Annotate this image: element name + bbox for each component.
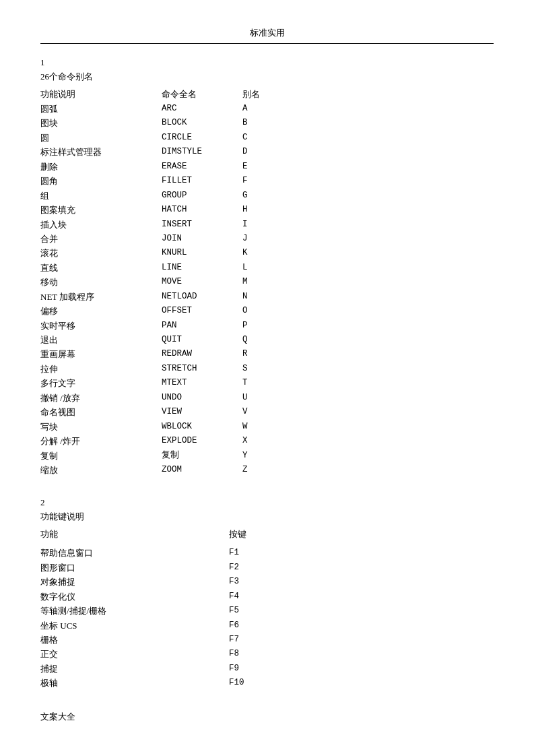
cmd-cn: 移动 bbox=[40, 275, 162, 289]
table-row: 偏移 OFFSET O bbox=[40, 304, 494, 318]
cmd-cn: 命名视图 bbox=[40, 405, 162, 419]
section1: 1 26个命令别名 功能说明 命令全名 别名 圆弧 ARC A 图块 BLOCK… bbox=[40, 57, 494, 477]
cmd-cn: 删除 bbox=[40, 160, 162, 174]
cmd-cn: 实时平移 bbox=[40, 319, 162, 333]
cmd-cn: 圆 bbox=[40, 131, 162, 145]
cmd-key: R bbox=[242, 347, 283, 361]
cmd-full: 复制 bbox=[162, 449, 242, 463]
fkey-row: 帮助信息窗口 F1 bbox=[40, 546, 494, 560]
fkey-col-header-key: 按键 bbox=[229, 528, 269, 540]
section1-subtitle: 26个命令别名 bbox=[40, 71, 494, 83]
table-row: 移动 MOVE M bbox=[40, 275, 494, 289]
table-row: 退出 QUIT Q bbox=[40, 333, 494, 347]
fkey-cn: 等轴测/捕捉/栅格 bbox=[40, 604, 229, 618]
table-row: 滚花 KNURL K bbox=[40, 246, 494, 260]
table-row: 删除 ERASE E bbox=[40, 160, 494, 174]
cmd-full: JOIN bbox=[162, 232, 242, 246]
section2: 2 功能键说明 功能 按键 帮助信息窗口 F1 图形窗口 F2 对象捕捉 F3 … bbox=[40, 497, 494, 690]
cmd-key: C bbox=[242, 131, 283, 145]
table-row: 标注样式管理器 DIMSTYLE D bbox=[40, 145, 494, 159]
footer: 文案大全 bbox=[40, 711, 494, 723]
cmd-cn: 合并 bbox=[40, 232, 162, 246]
fkey-cn: 图形窗口 bbox=[40, 561, 229, 575]
cmd-key: F bbox=[242, 174, 283, 188]
cmd-key: H bbox=[242, 203, 283, 217]
fkey-row: 捕捉 F9 bbox=[40, 662, 494, 676]
cmd-full: OFFSET bbox=[162, 304, 242, 318]
fkey-row: 栅格 F7 bbox=[40, 633, 494, 647]
cmd-key: Y bbox=[242, 449, 283, 463]
cmd-key: Q bbox=[242, 333, 283, 347]
table-row: 复制 复制 Y bbox=[40, 449, 494, 463]
cmd-key: S bbox=[242, 362, 283, 376]
table-row: 拉伸 STRETCH S bbox=[40, 362, 494, 376]
table-row: 圆弧 ARC A bbox=[40, 102, 494, 116]
cmd-key: G bbox=[242, 189, 283, 203]
section2-subtitle: 功能键说明 bbox=[40, 511, 494, 523]
cmd-full: MTEXT bbox=[162, 376, 242, 390]
fkey-cn: 栅格 bbox=[40, 633, 229, 647]
cmd-key: B bbox=[242, 116, 283, 130]
fkey-cn: 帮助信息窗口 bbox=[40, 546, 229, 560]
cmd-full: LINE bbox=[162, 261, 242, 275]
fkey-key: F3 bbox=[229, 575, 269, 589]
section2-num: 2 bbox=[40, 497, 494, 508]
cmd-key: J bbox=[242, 232, 283, 246]
cmd-full: ZOOM bbox=[162, 463, 242, 477]
cmd-cn: 偏移 bbox=[40, 304, 162, 318]
fkey-cn: 捕捉 bbox=[40, 662, 229, 676]
cmd-full: KNURL bbox=[162, 246, 242, 260]
cmd-key: M bbox=[242, 275, 283, 289]
cmd-full: FILLET bbox=[162, 174, 242, 188]
cmd-table: 圆弧 ARC A 图块 BLOCK B 圆 CIRCLE C 标注样式管理器 D… bbox=[40, 102, 494, 477]
fkey-cn: 极轴 bbox=[40, 676, 229, 690]
cmd-key: Z bbox=[242, 463, 283, 477]
table-row: 合并 JOIN J bbox=[40, 232, 494, 246]
page-header: 标准实用 bbox=[40, 27, 494, 44]
cmd-full: NETLOAD bbox=[162, 290, 242, 304]
fkey-key: F9 bbox=[229, 662, 269, 676]
table-row: 缩放 ZOOM Z bbox=[40, 463, 494, 477]
section1-table-header: 功能说明 命令全名 别名 bbox=[40, 88, 494, 100]
cmd-key: O bbox=[242, 304, 283, 318]
cmd-key: A bbox=[242, 102, 283, 116]
fkey-key: F10 bbox=[229, 676, 269, 690]
cmd-full: WBLOCK bbox=[162, 420, 242, 434]
table-row: 组 GROUP G bbox=[40, 189, 494, 203]
cmd-key: V bbox=[242, 405, 283, 419]
col-header-cn: 功能说明 bbox=[40, 88, 162, 100]
cmd-cn: 退出 bbox=[40, 333, 162, 347]
cmd-cn: 图块 bbox=[40, 116, 162, 130]
cmd-cn: 圆弧 bbox=[40, 102, 162, 116]
cmd-cn: 分解 /炸开 bbox=[40, 434, 162, 448]
cmd-cn: 拉伸 bbox=[40, 362, 162, 376]
cmd-full: EXPLODE bbox=[162, 434, 242, 448]
cmd-full: REDRAW bbox=[162, 347, 242, 361]
cmd-cn: 组 bbox=[40, 189, 162, 203]
table-row: 分解 /炸开 EXPLODE X bbox=[40, 434, 494, 448]
fkey-row: 对象捕捉 F3 bbox=[40, 575, 494, 589]
fkey-cn: 正交 bbox=[40, 647, 229, 661]
table-row: 实时平移 PAN P bbox=[40, 319, 494, 333]
fkey-key: F7 bbox=[229, 633, 269, 647]
cmd-key: E bbox=[242, 160, 283, 174]
section1-num: 1 bbox=[40, 57, 494, 68]
col-header-key: 别名 bbox=[242, 88, 283, 100]
cmd-key: L bbox=[242, 261, 283, 275]
table-row: 图案填充 HATCH H bbox=[40, 203, 494, 217]
cmd-full: DIMSTYLE bbox=[162, 145, 242, 159]
cmd-key: X bbox=[242, 434, 283, 448]
fkey-row: 数字化仪 F4 bbox=[40, 590, 494, 604]
cmd-full: MOVE bbox=[162, 275, 242, 289]
cmd-key: D bbox=[242, 145, 283, 159]
cmd-cn: 撤销 /放弃 bbox=[40, 391, 162, 405]
cmd-full: ARC bbox=[162, 102, 242, 116]
cmd-key: I bbox=[242, 218, 283, 232]
fkey-row: 坐标 UCS F6 bbox=[40, 619, 494, 633]
cmd-cn: 复制 bbox=[40, 449, 162, 463]
fkey-table: 帮助信息窗口 F1 图形窗口 F2 对象捕捉 F3 数字化仪 F4 等轴测/捕捉… bbox=[40, 546, 494, 690]
cmd-cn: 写块 bbox=[40, 420, 162, 434]
cmd-full: UNDO bbox=[162, 391, 242, 405]
cmd-cn: 标注样式管理器 bbox=[40, 145, 162, 159]
fkey-key: F6 bbox=[229, 619, 269, 633]
